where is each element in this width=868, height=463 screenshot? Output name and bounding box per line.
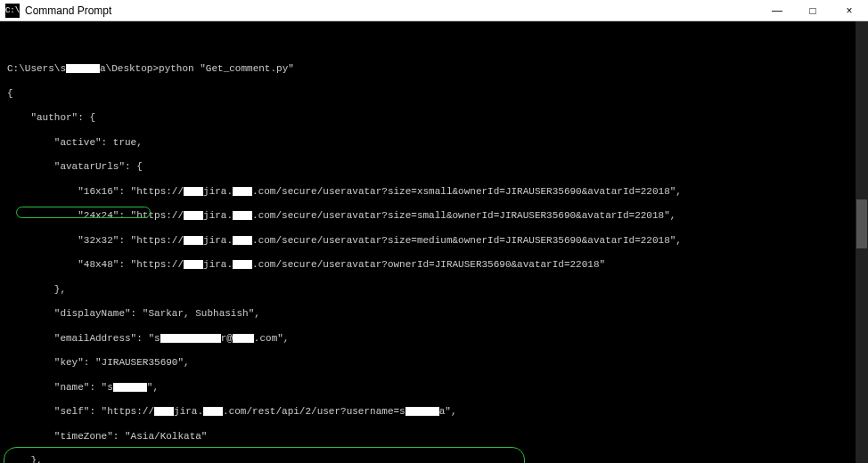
- display-name: "displayName": "Sarkar, Subhasish",: [7, 308, 861, 321]
- avatar-24: "24x24": "https://jira..com/secure/usera…: [7, 210, 861, 223]
- cmd-icon: C:\: [5, 4, 20, 18]
- scrollbar[interactable]: [856, 21, 868, 463]
- self-line: "self": "https://jira..com/rest/api/2/us…: [7, 406, 861, 418]
- json-open: {: [7, 88, 861, 101]
- prompt-line: C:\Users\sa\Desktop>python "Get_comment.…: [7, 63, 861, 76]
- maximize-button[interactable]: □: [795, 0, 831, 20]
- scrollbar-thumb[interactable]: [856, 199, 867, 248]
- avatar-48: "48x48": "https://jira..com/secure/usera…: [7, 259, 861, 272]
- avatar-32: "32x32": "https://jira..com/secure/usera…: [7, 235, 861, 248]
- blank-line: [7, 39, 861, 52]
- close-button[interactable]: ×: [831, 0, 868, 20]
- key-line: "key": "JIRAUSER35690",: [7, 357, 861, 370]
- active-line: "active": true,: [7, 137, 861, 150]
- minimize-button[interactable]: —: [759, 0, 795, 20]
- terminal-output: C:\Users\sa\Desktop>python "Get_comment.…: [0, 21, 868, 463]
- avatar-16: "16x16": "https://jira..com/secure/usera…: [7, 186, 861, 199]
- titlebar: C:\ Command Prompt — □ ×: [0, 0, 868, 21]
- window-controls: — □ ×: [759, 0, 868, 20]
- avatar-close: },: [7, 284, 861, 296]
- email-line: "emailAddress": "sr@.com",: [7, 333, 861, 345]
- tz-line: "timeZone": "Asia/Kolkata": [7, 431, 861, 443]
- author-key: "author": {: [7, 112, 861, 125]
- author-close: },: [7, 455, 861, 463]
- window-title: Command Prompt: [25, 4, 759, 17]
- avatar-open: "avatarUrls": {: [7, 161, 861, 174]
- name-line: "name": "s",: [7, 382, 861, 394]
